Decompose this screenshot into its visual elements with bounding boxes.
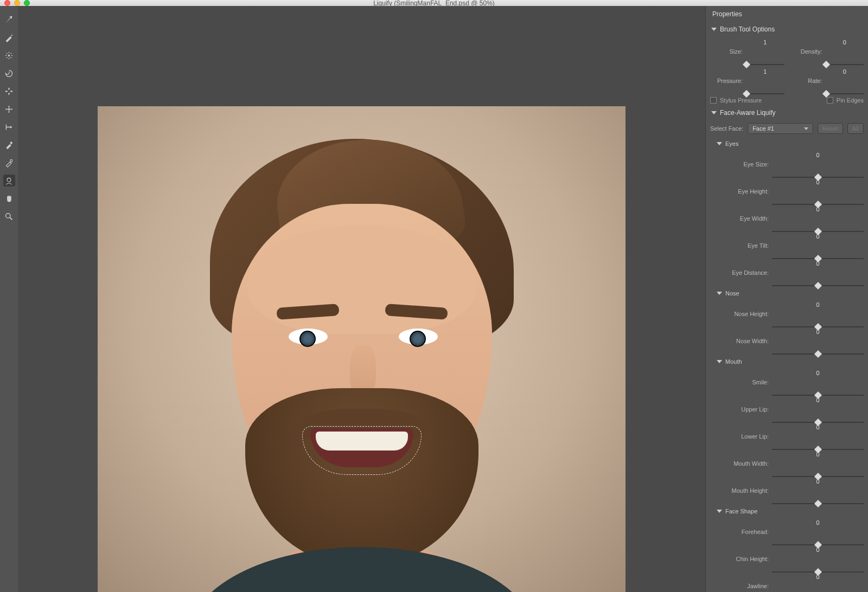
density-value[interactable]: 0: [843, 38, 846, 65]
disclosure-triangle-icon: [717, 292, 722, 295]
reset-button[interactable]: Reset: [818, 123, 843, 134]
height-label: Eye Height:: [716, 188, 769, 195]
properties-panel: Properties Brush Tool Options Size: 1 Pr…: [705, 6, 868, 592]
section-face-shape[interactable]: Face Shape: [716, 505, 864, 518]
width-label: Nose Width:: [716, 338, 769, 344]
pin-edges-label: Pin Edges: [837, 97, 864, 104]
liquify-window: Liquify (SmilingManFAL_End.psd @ 50%): [0, 0, 868, 592]
section-nose[interactable]: Nose: [716, 287, 864, 300]
select-face-value: Face #1: [752, 125, 774, 132]
tilt-label: Eye Tilt:: [716, 242, 769, 249]
jaw-label: Jawline:: [716, 583, 769, 589]
panel-title: Properties: [706, 6, 868, 22]
forward-warp-tool[interactable]: [3, 14, 15, 25]
svg-point-12: [7, 178, 11, 182]
disclosure-triangle-icon: [717, 360, 722, 363]
section-label: Brush Tool Options: [720, 25, 775, 33]
pin-edges-checkbox[interactable]: [827, 97, 833, 104]
svg-marker-5: [8, 105, 10, 107]
window-title: Liquify (SmilingManFAL_End.psd @ 50%): [0, 0, 868, 7]
eye-left: [289, 329, 328, 345]
svg-marker-9: [10, 125, 12, 128]
select-face-dropdown[interactable]: Face #1: [748, 123, 813, 134]
panel-scroll[interactable]: Brush Tool Options Size: 1 Pressure: 1 D…: [706, 22, 868, 592]
section-label: Face Shape: [725, 508, 757, 514]
size-label: Eye Size:: [716, 161, 769, 168]
forehead-label: Forehead:: [716, 529, 769, 535]
section-face-aware-liquify[interactable]: Face-Aware Liquify: [710, 106, 864, 120]
svg-rect-11: [10, 159, 12, 162]
svg-marker-6: [8, 111, 10, 113]
smile-label: Smile:: [716, 379, 769, 385]
svg-marker-8: [11, 108, 13, 110]
width-label: Eye Width:: [716, 215, 769, 222]
document-image: [98, 106, 626, 592]
svg-point-13: [6, 213, 10, 218]
thaw-mask-tool[interactable]: [3, 157, 15, 169]
mwidth-label: Mouth Width:: [716, 460, 769, 467]
upper-label: Upper Lip:: [716, 406, 769, 413]
svg-marker-3: [6, 90, 8, 92]
pucker-tool[interactable]: [3, 85, 15, 97]
eye-right: [399, 329, 438, 345]
size-value[interactable]: 1: [763, 38, 767, 65]
main-area: ⊞ ⛶ 50% ▾ Properties Brush Tool Options …: [0, 6, 868, 592]
canvas[interactable]: [18, 6, 705, 592]
bloat-tool[interactable]: [3, 103, 15, 115]
rate-label: Rate:: [790, 78, 822, 84]
svg-line-14: [10, 217, 12, 220]
size-label: Size:: [710, 48, 743, 55]
teeth-shape: [316, 432, 408, 451]
svg-marker-4: [10, 90, 12, 92]
svg-point-0: [8, 54, 10, 56]
reconstruct-tool[interactable]: [3, 31, 15, 43]
mheight-label: Mouth Height:: [716, 487, 769, 494]
section-label: Eyes: [725, 140, 738, 147]
disclosure-triangle-icon: [711, 28, 717, 31]
section-label: Nose: [725, 290, 739, 297]
smooth-tool[interactable]: [3, 49, 15, 61]
select-face-label: Select Face:: [710, 125, 743, 132]
canvas-area: ⊞ ⛶ 50% ▾: [18, 6, 705, 592]
section-eyes[interactable]: Eyes: [716, 137, 864, 150]
density-label: Density:: [790, 48, 822, 55]
rate-value[interactable]: 0: [843, 68, 846, 94]
section-label: Face-Aware Liquify: [720, 109, 776, 117]
section-mouth[interactable]: Mouth: [716, 355, 864, 368]
stylus-pressure-label: Stylus Pressure: [720, 97, 762, 104]
zoom-tool[interactable]: [3, 210, 15, 222]
shirt-shape: [188, 547, 535, 592]
chin-label: Chin Height:: [716, 556, 769, 562]
svg-marker-7: [5, 108, 7, 110]
disclosure-triangle-icon: [711, 111, 717, 114]
chevron-down-icon: [804, 127, 808, 130]
height-label: Nose Height:: [716, 311, 769, 317]
section-label: Mouth: [725, 358, 742, 365]
svg-marker-2: [8, 93, 10, 94]
pressure-value[interactable]: 1: [763, 68, 767, 94]
section-brush-tool-options[interactable]: Brush Tool Options: [710, 22, 864, 36]
lower-label: Lower Lip:: [716, 433, 769, 440]
face-tool[interactable]: [3, 175, 15, 186]
svg-marker-1: [8, 88, 10, 90]
push-left-tool[interactable]: [3, 121, 15, 133]
hand-tool[interactable]: [3, 192, 15, 204]
svg-rect-10: [10, 141, 12, 144]
titlebar: Liquify (SmilingManFAL_End.psd @ 50%): [0, 0, 868, 6]
disclosure-triangle-icon: [717, 142, 722, 145]
toolbar: [0, 6, 18, 592]
all-button[interactable]: All: [847, 123, 864, 134]
freeze-mask-tool[interactable]: [3, 139, 15, 151]
stylus-pressure-checkbox[interactable]: [710, 97, 717, 104]
twirl-tool[interactable]: [3, 67, 15, 79]
distance-label: Eye Distance:: [716, 269, 769, 276]
pressure-label: Pressure:: [710, 78, 743, 84]
disclosure-triangle-icon: [717, 510, 722, 513]
